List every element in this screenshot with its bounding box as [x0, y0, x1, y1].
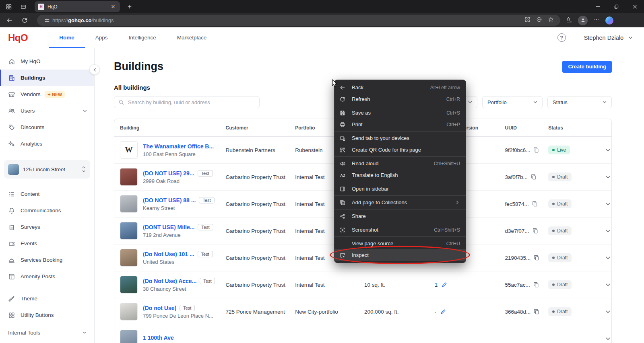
context-menu-item-create-qr-code-for-this-page[interactable]: Create QR Code for this page [334, 144, 466, 156]
context-menu-item-open-in-sidebar[interactable]: Open in sidebar [334, 183, 466, 195]
column-header-building[interactable]: Building [114, 125, 226, 131]
context-menu-item-screenshot[interactable]: Screenshot Ctrl+Shift+S [334, 224, 466, 236]
sidebar-collapse-button[interactable] [89, 64, 100, 75]
back-icon[interactable] [3, 15, 15, 26]
row-expand-chevron-icon[interactable] [605, 228, 611, 234]
maximize-icon[interactable] [607, 0, 625, 13]
profile-avatar[interactable] [578, 16, 588, 25]
sidebar-item-users[interactable]: Users [0, 103, 94, 119]
address-bar[interactable]: https://gohqo.co/buildings [37, 15, 560, 26]
user-name[interactable]: Stephen Dzialo [584, 35, 623, 41]
favorites-bar-icon[interactable] [566, 16, 572, 25]
copilot-icon[interactable] [605, 16, 613, 25]
nav-tab-marketplace[interactable]: Marketplace [167, 27, 217, 48]
context-menu-item-read-aloud[interactable]: Read aloud Ctrl+Shift+U [334, 158, 466, 169]
edit-version-icon[interactable] [441, 281, 448, 288]
context-menu-item-print[interactable]: Print Ctrl+P [334, 119, 466, 130]
site-info-icon[interactable] [44, 18, 50, 23]
context-menu-item-save-as[interactable]: Save as Ctrl+S [334, 107, 466, 119]
customer-cell: Garbarino Property Trust [226, 255, 295, 261]
copy-uuid-icon[interactable] [533, 281, 539, 288]
sidebar-item-events[interactable]: Events [0, 235, 94, 252]
nav-tab-intelligence[interactable]: Intelligence [118, 27, 166, 48]
sidebar-item-theme[interactable]: Theme [0, 290, 94, 307]
sidebar-item-analytics[interactable]: Analytics [0, 136, 94, 152]
sidebar-item-surveys[interactable]: Surveys [0, 219, 94, 235]
copy-uuid-icon[interactable] [532, 228, 539, 234]
column-header-customer[interactable]: Customer [226, 125, 295, 131]
building-name-link[interactable]: (Do not Use) [143, 305, 176, 311]
building-address: 38 Chauncy Street [143, 286, 215, 292]
sidebar-item-utility-buttons[interactable]: Utility Buttons [0, 307, 94, 323]
refresh-icon[interactable] [19, 15, 31, 26]
workspaces-icon[interactable] [3, 2, 14, 12]
close-tab-icon[interactable]: ✕ [109, 3, 117, 10]
nav-tab-home[interactable]: Home [49, 27, 85, 48]
tab-actions-icon[interactable] [18, 2, 29, 12]
settings-ellipsis-icon[interactable] [593, 16, 600, 25]
copy-uuid-icon[interactable] [530, 174, 537, 180]
row-expand-chevron-icon[interactable] [605, 201, 611, 207]
building-address: 799 Ponce De Leon Place N... [143, 313, 213, 319]
context-menu-item-share[interactable]: Share [334, 210, 466, 222]
copy-uuid-icon[interactable] [533, 255, 540, 261]
context-menu-item-view-page-source[interactable]: View page source Ctrl+U [334, 238, 466, 249]
column-header-status[interactable]: Status [548, 125, 599, 131]
apps-grid-icon[interactable] [524, 16, 530, 24]
row-expand-chevron-icon[interactable] [605, 308, 611, 315]
building-switcher[interactable]: 125 Lincoln Street [4, 160, 90, 179]
context-menu-item-back[interactable]: Back Alt+Left arrow [334, 82, 466, 93]
help-icon[interactable]: ? [557, 33, 566, 42]
copy-uuid-icon[interactable] [533, 147, 539, 153]
context-menu-item-refresh[interactable]: Refresh Ctrl+R [334, 93, 466, 105]
context-menu-item-translate-to-english[interactable]: Translate to English [334, 169, 466, 181]
sidebar-item-my-hqo[interactable]: My HqO [0, 53, 94, 70]
sidebar-item-vendors[interactable]: Vendors ✦NEW [0, 86, 94, 103]
building-name-link[interactable]: (DO NOT USE) 29... [143, 170, 194, 177]
favorite-star-icon[interactable] [548, 16, 554, 24]
row-expand-chevron-icon[interactable] [605, 174, 611, 181]
table-row-1-100th-ave[interactable]: 1 100th Ave [114, 325, 611, 343]
chevron-down-icon [533, 99, 538, 105]
sidebar-item-content[interactable]: Content [0, 186, 94, 202]
copy-uuid-icon[interactable] [533, 308, 540, 315]
row-expand-chevron-icon[interactable] [605, 281, 611, 288]
sidebar-item-internal-tools[interactable]: Internal Tools [0, 325, 94, 341]
new-tab-icon[interactable]: + [125, 2, 134, 12]
table-row-do-not-use-acce[interactable]: (Do Not Use) Acce... Test 38 Chauncy Str… [114, 271, 611, 298]
row-expand-chevron-icon[interactable] [605, 255, 611, 261]
context-menu-item-inspect[interactable]: Inspect [334, 249, 466, 261]
hqo-logo[interactable]: HqO [8, 32, 28, 43]
building-name-link[interactable]: (DONT USE) Mille... [143, 224, 194, 230]
row-expand-chevron-icon[interactable] [605, 147, 611, 154]
sidebar-item-services-booking[interactable]: Services Booking [0, 252, 94, 268]
browser-tab[interactable]: H HqO ✕ [35, 1, 120, 12]
menu-divider [334, 209, 466, 209]
building-name-link[interactable]: The Wanamaker Office B... [143, 143, 214, 150]
context-menu-item-add-page-to-collections[interactable]: Add page to Collections [334, 197, 466, 208]
portfolio-cell: Internal Test [295, 282, 364, 288]
filter-dropdown-portfolio[interactable]: Portfolio [482, 96, 543, 108]
sidebar-item-communications[interactable]: Communications [0, 202, 94, 219]
more-tools-circle-icon[interactable] [536, 16, 542, 24]
context-menu-item-send-tab-to-your-devices[interactable]: Send tab to your devices [334, 132, 466, 144]
row-expand-chevron-icon[interactable] [605, 335, 611, 342]
nav-tab-apps[interactable]: Apps [85, 27, 118, 48]
column-header-uuid[interactable]: UUID [505, 125, 548, 131]
close-window-icon[interactable] [625, 0, 644, 13]
filter-dropdown-status[interactable]: Status [547, 96, 612, 108]
minimize-icon[interactable] [588, 0, 607, 13]
copy-uuid-icon[interactable] [532, 201, 538, 207]
sidebar-item-amenity-posts[interactable]: Amenity Posts [0, 268, 94, 285]
edit-version-icon[interactable] [440, 308, 446, 315]
create-building-button[interactable]: Create building [562, 61, 612, 73]
building-name-link[interactable]: (Do Not Use) 101 ... [143, 251, 194, 257]
sidebar-item-discounts[interactable]: Discounts [0, 119, 94, 136]
building-name-link[interactable]: 1 100th Ave [143, 335, 174, 341]
building-name-link[interactable]: (Do Not Use) Acce... [143, 278, 196, 284]
chevron-down-icon[interactable] [627, 35, 634, 41]
table-row-do-not-use[interactable]: (Do not Use) Test 799 Ponce De Leon Plac… [114, 298, 611, 325]
building-name-link[interactable]: (DO NOT USE) 88 ... [143, 197, 196, 203]
search-input[interactable] [114, 96, 260, 108]
sidebar-item-buildings[interactable]: Buildings [0, 70, 94, 86]
